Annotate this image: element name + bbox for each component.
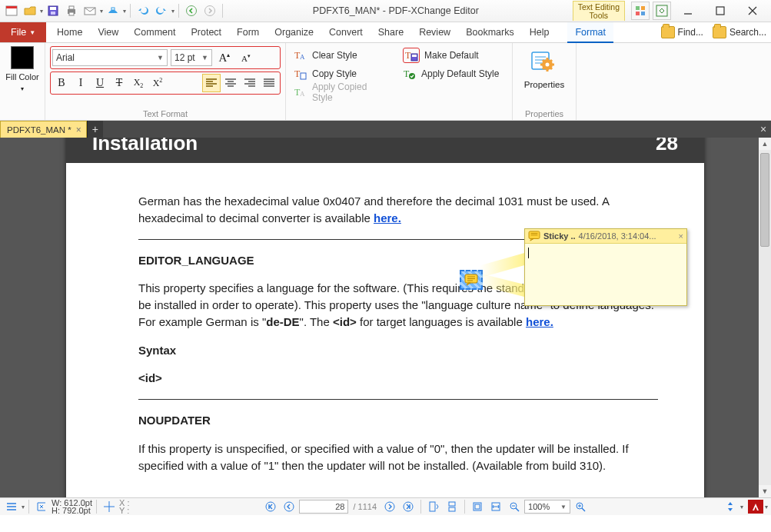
adobe-icon[interactable] (748, 500, 763, 514)
id-placeholder: <id> (138, 371, 162, 384)
grow-font-icon[interactable]: A▴ (215, 48, 234, 67)
redo-icon[interactable] (153, 2, 170, 19)
document-tab[interactable]: PDFXT6_MAN *× (0, 121, 87, 138)
new-tab-button[interactable]: + (87, 121, 103, 138)
tab-share[interactable]: Share (371, 22, 411, 42)
window-minimize-button[interactable] (673, 2, 703, 19)
tab-view[interactable]: View (90, 22, 126, 42)
close-tab-icon[interactable]: × (76, 125, 81, 135)
apply-default-style-button[interactable]: TApply Default Style (400, 65, 507, 83)
layout-single-icon[interactable] (425, 499, 442, 514)
italic-icon[interactable]: I (71, 74, 90, 92)
fill-color-label[interactable]: Fill Color ▾ (5, 72, 40, 94)
subscript-icon[interactable]: X2 (129, 74, 148, 92)
link-here-1[interactable]: here. (374, 211, 401, 224)
page-number-input[interactable]: 28 (299, 500, 348, 514)
fit-page-icon[interactable] (469, 499, 486, 514)
popup-close-icon[interactable]: × (679, 231, 683, 241)
tab-comment[interactable]: Comment (126, 22, 183, 42)
make-default-button[interactable]: T Make Default (400, 46, 507, 65)
popup-textarea[interactable] (525, 244, 686, 305)
vertical-scrollbar[interactable]: ▲ ▼ (759, 138, 771, 497)
svg-rect-58 (449, 502, 455, 506)
cursor-pos-icon[interactable] (101, 499, 118, 514)
copy-style-button[interactable]: TCopy Style (291, 65, 390, 83)
app-icon[interactable] (3, 2, 20, 19)
align-center-icon[interactable] (221, 74, 240, 92)
find-button[interactable]: Find... (656, 22, 708, 42)
save-icon[interactable] (45, 2, 61, 19)
status-bar: ▾ W: 612.0pt H: 792.0pt X : Y : 28 / 111… (0, 497, 771, 515)
launch-options-icon[interactable] (631, 2, 650, 20)
prev-page-icon[interactable] (281, 499, 297, 514)
properties-label: Properties (524, 80, 564, 89)
first-page-icon[interactable] (262, 499, 279, 514)
font-size-combo[interactable]: 12 pt▼ (171, 49, 212, 66)
tab-home[interactable]: Home (49, 22, 90, 42)
fill-color-swatch[interactable] (11, 46, 34, 69)
bold-icon[interactable]: B (52, 74, 71, 92)
tab-form[interactable]: Form (229, 22, 267, 42)
tab-bookmarks[interactable]: Bookmarks (458, 22, 522, 42)
align-justify-icon[interactable] (260, 74, 278, 92)
page-header: Installation28 (66, 138, 704, 163)
tab-format[interactable]: Format (567, 22, 613, 43)
svg-point-35 (546, 63, 550, 67)
shrink-font-icon[interactable]: A▾ (237, 48, 255, 67)
clear-style-button[interactable]: TAClear Style (291, 46, 390, 65)
underline-icon[interactable]: U (91, 74, 109, 92)
page-size-icon[interactable] (33, 499, 50, 514)
nav-fwd-icon[interactable] (201, 2, 218, 19)
link-here-2[interactable]: here. (526, 315, 553, 328)
svg-rect-3 (50, 7, 56, 10)
align-right-icon[interactable] (241, 74, 259, 92)
undo-icon[interactable] (135, 2, 151, 19)
svg-rect-22 (301, 73, 306, 79)
scroll-thumb[interactable] (760, 153, 769, 247)
ribbon-tabstrip: File▼ Home View Comment Protect Form Org… (0, 22, 771, 43)
strike-icon[interactable]: T (110, 74, 128, 92)
tab-convert[interactable]: Convert (321, 22, 371, 42)
close-all-tabs-icon[interactable]: × (756, 121, 771, 138)
window-maximize-button[interactable] (705, 2, 736, 19)
mail-icon[interactable] (81, 2, 98, 19)
comment-icon (528, 231, 540, 241)
popup-title: Sticky .. (543, 231, 576, 241)
zoom-out-icon[interactable] (506, 499, 523, 514)
window-close-button[interactable] (737, 2, 768, 19)
svg-rect-14 (636, 12, 640, 15)
scan-icon[interactable] (105, 2, 121, 19)
tab-help[interactable]: Help (522, 22, 557, 42)
print-icon[interactable] (63, 2, 80, 19)
scroll-up-icon[interactable]: ▲ (759, 138, 771, 150)
zoom-input[interactable]: 100%▼ (524, 500, 570, 514)
layout-continuous-icon[interactable] (444, 499, 460, 514)
options-icon[interactable] (3, 499, 20, 514)
zoom-in-icon[interactable] (572, 499, 589, 514)
group-fill-color: Fill Color ▾ (0, 43, 45, 120)
tab-review[interactable]: Review (411, 22, 458, 42)
fit-width-icon[interactable] (487, 499, 504, 514)
group-styles-a: TAClear Style TCopy Style TAApply Copied… (286, 43, 395, 120)
next-page-icon[interactable] (381, 499, 398, 514)
svg-point-53 (266, 502, 275, 511)
search-button[interactable]: Search... (708, 22, 771, 42)
dde-icon[interactable] (722, 499, 739, 514)
folder-icon (661, 26, 675, 38)
file-tab[interactable]: File▼ (0, 22, 46, 42)
ui-options-icon[interactable] (653, 2, 671, 20)
align-left-icon[interactable] (202, 74, 221, 92)
last-page-icon[interactable] (400, 499, 417, 514)
sticky-note-popup[interactable]: Sticky .. 4/16/2018, 3:14:04... × (524, 228, 687, 306)
font-name-combo[interactable]: Arial▼ (52, 49, 168, 66)
tab-protect[interactable]: Protect (183, 22, 229, 42)
superscript-icon[interactable]: X2 (148, 74, 167, 92)
nav-back-icon[interactable] (183, 2, 200, 19)
svg-line-64 (516, 508, 519, 511)
open-icon[interactable] (22, 2, 38, 19)
document-tab-bar: PDFXT6_MAN *× + × (0, 121, 771, 138)
document-viewport[interactable]: Installation28 German has the hexadecima… (0, 138, 771, 497)
tab-organize[interactable]: Organize (267, 22, 321, 42)
scroll-down-icon[interactable]: ▼ (759, 485, 771, 497)
properties-button[interactable] (527, 46, 561, 80)
